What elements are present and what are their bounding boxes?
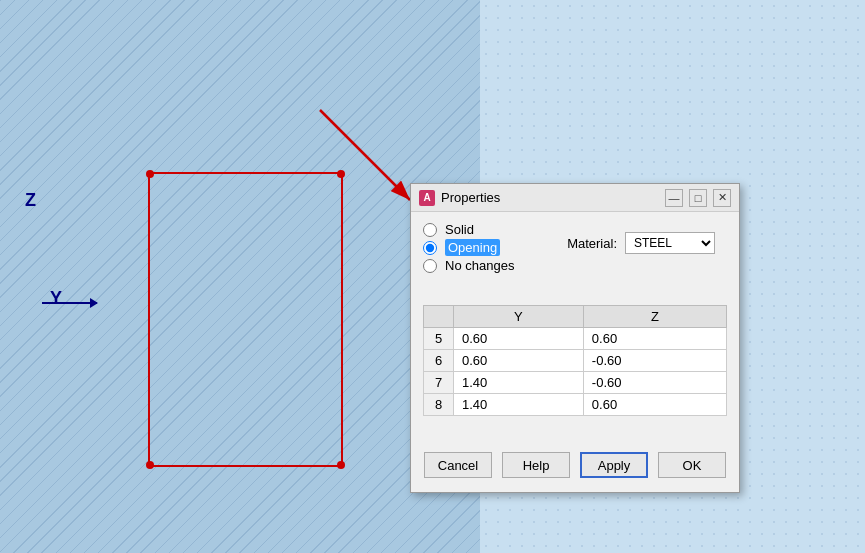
nochanges-label[interactable]: No changes: [445, 258, 514, 273]
cell-y: 1.40: [454, 372, 584, 394]
corner-dot-tl: [146, 170, 154, 178]
cell-y: 1.40: [454, 394, 584, 416]
table-row: 7 1.40 -0.60: [424, 372, 727, 394]
dialog-app-icon: A: [419, 190, 435, 206]
corner-dot-br: [337, 461, 345, 469]
maximize-button[interactable]: □: [689, 189, 707, 207]
titlebar-buttons: — □ ✕: [665, 189, 731, 207]
help-button[interactable]: Help: [502, 452, 570, 478]
corner-dot-bl: [146, 461, 154, 469]
table-row: 5 0.60 0.60: [424, 328, 727, 350]
col-header-id: [424, 306, 454, 328]
options-area: Solid Opening No changes Material: STEEL: [423, 222, 727, 297]
button-row: Cancel Help Apply OK: [423, 446, 727, 482]
opening-highlight: Opening: [445, 239, 500, 256]
minimize-button[interactable]: —: [665, 189, 683, 207]
table-row: 6 0.60 -0.60: [424, 350, 727, 372]
close-button[interactable]: ✕: [713, 189, 731, 207]
cancel-button[interactable]: Cancel: [424, 452, 492, 478]
material-row: Material: STEEL: [567, 232, 715, 254]
y-axis-arrow: [42, 302, 97, 304]
z-axis-label: Z: [25, 190, 36, 211]
solid-radio[interactable]: [423, 223, 437, 237]
apply-button[interactable]: Apply: [580, 452, 648, 478]
corner-dot-tr: [337, 170, 345, 178]
opening-rectangle: [148, 172, 343, 467]
material-select[interactable]: STEEL: [625, 232, 715, 254]
coordinates-table: Y Z 5 0.60 0.60 6 0.60 -0.60 7 1.40 -0.6…: [423, 305, 727, 416]
opening-radio[interactable]: [423, 241, 437, 255]
radio-nochanges-row: No changes: [423, 258, 727, 273]
cell-z: 0.60: [583, 328, 726, 350]
opening-label[interactable]: Opening: [445, 240, 500, 255]
cell-z: 0.60: [583, 394, 726, 416]
ok-button[interactable]: OK: [658, 452, 726, 478]
nochanges-radio[interactable]: [423, 259, 437, 273]
dialog-title: Properties: [441, 190, 500, 205]
cell-id: 7: [424, 372, 454, 394]
dialog-titlebar: A Properties — □ ✕: [411, 184, 739, 212]
cell-id: 6: [424, 350, 454, 372]
y-axis-label: Y: [50, 288, 62, 309]
cell-z: -0.60: [583, 372, 726, 394]
dialog-title-left: A Properties: [419, 190, 500, 206]
cell-id: 8: [424, 394, 454, 416]
properties-dialog: A Properties — □ ✕ Solid Opening: [410, 183, 740, 493]
cell-y: 0.60: [454, 328, 584, 350]
dialog-body: Solid Opening No changes Material: STEEL: [411, 212, 739, 492]
col-header-z: Z: [583, 306, 726, 328]
col-header-y: Y: [454, 306, 584, 328]
cell-y: 0.60: [454, 350, 584, 372]
solid-label[interactable]: Solid: [445, 222, 474, 237]
cell-id: 5: [424, 328, 454, 350]
table-spacer: [423, 426, 727, 446]
cell-z: -0.60: [583, 350, 726, 372]
table-row: 8 1.40 0.60: [424, 394, 727, 416]
material-label: Material:: [567, 236, 617, 251]
